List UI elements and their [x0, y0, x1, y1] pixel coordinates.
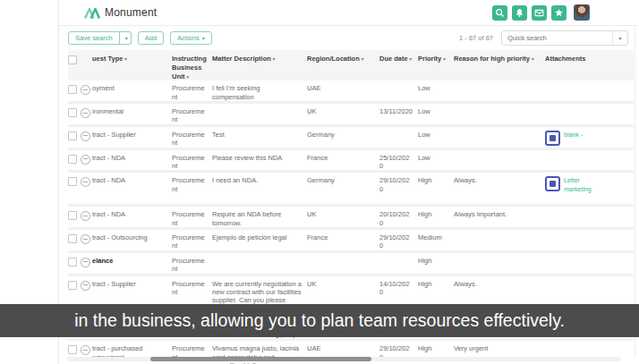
table-row[interactable]: tract - NDAProcurementI need an NDA.Germ…	[68, 173, 634, 207]
row-expand-cell	[81, 176, 92, 189]
video-caption-band: in the business, allowing you to plan te…	[0, 304, 639, 337]
expand-icon[interactable]	[81, 177, 90, 187]
row-checkbox-cell	[68, 131, 81, 142]
favorites-button[interactable]	[551, 5, 567, 21]
cell-unit: Procurement	[172, 84, 212, 101]
list-toolbar: Save search ▾ Add Actions▾ 1 - 67 of 67 …	[59, 26, 639, 50]
cell-desc: Test	[212, 131, 307, 139]
sort-caret-icon: ▾	[185, 74, 190, 80]
expand-icon[interactable]	[81, 85, 90, 95]
cell-reason: Always.	[454, 280, 545, 288]
monument-logo[interactable]: Monument	[84, 6, 157, 19]
cell-priority: Low	[418, 131, 454, 139]
save-search-button[interactable]: Save search	[68, 31, 120, 45]
cell-reason: Always important.	[454, 210, 545, 218]
column-header-uest-type[interactable]: uest Type ▾	[92, 55, 172, 63]
expand-icon[interactable]	[81, 345, 90, 355]
column-header-reason-for-high-priority[interactable]: Reason for high priority ▾	[454, 55, 545, 63]
table-row[interactable]: elanceProcurementHigh	[68, 253, 634, 276]
column-header-instructing-business-unit[interactable]: Instructing Business Unit ▾	[172, 55, 212, 80]
row-expand-cell	[81, 210, 92, 223]
search-button[interactable]	[492, 5, 507, 21]
cell-type: ironmental	[92, 107, 172, 115]
select-all-checkbox[interactable]	[68, 55, 77, 64]
column-header-region-location[interactable]: Region/Location ▾	[307, 55, 379, 63]
attachment-link[interactable]: Letter marketing	[564, 176, 594, 193]
expand-icon[interactable]	[81, 281, 90, 291]
row-checkbox-cell	[68, 280, 81, 292]
table-row[interactable]: tract - NDAProcurementRequire an NDA bef…	[68, 207, 634, 230]
cell-unit: Procurement	[172, 280, 212, 297]
row-checkbox-cell	[68, 84, 81, 96]
row-checkbox[interactable]	[68, 177, 77, 186]
top-navbar: Monument	[59, 0, 639, 26]
expand-icon[interactable]	[81, 211, 90, 221]
table-row[interactable]: tract - OutsourcingProcurementEjemplo de…	[68, 230, 634, 253]
pagination-count: 1 - 67 of 67	[459, 34, 493, 42]
cell-region: UK	[307, 107, 379, 115]
quick-search-dropdown-button[interactable]: ▾	[612, 31, 627, 45]
horizontal-scrollbar-thumb[interactable]	[150, 357, 371, 361]
expand-icon[interactable]	[81, 108, 90, 118]
messages-button[interactable]	[532, 5, 547, 21]
row-checkbox-cell	[68, 233, 81, 245]
horizontal-scrollbar-track[interactable]	[67, 357, 621, 361]
notifications-button[interactable]	[512, 5, 527, 21]
expand-icon[interactable]	[81, 131, 90, 141]
row-expand-cell	[81, 280, 92, 292]
cell-priority: High	[418, 280, 454, 288]
table-row[interactable]: tract - NDAProcurementPlease review this…	[68, 150, 634, 174]
cell-due: 14/10/2020	[379, 280, 418, 297]
toolbar-right: 1 - 67 of 67 ▾	[459, 30, 628, 46]
row-checkbox[interactable]	[68, 131, 77, 140]
expand-icon[interactable]	[81, 234, 90, 244]
table-row[interactable]: oymentProcurementI fell I'm seeking comp…	[68, 80, 634, 104]
column-header-due-date[interactable]: Due date ▾	[379, 55, 418, 63]
video-caption-text: in the business, allowing you to plan te…	[74, 310, 565, 331]
save-search-group: Save search ▾	[68, 31, 132, 45]
cell-priority: High	[418, 257, 454, 265]
column-header-priority[interactable]: Priority ▾	[418, 55, 454, 63]
actions-button[interactable]: Actions▾	[170, 31, 212, 45]
cell-type: tract - NDA	[92, 210, 172, 218]
attachment-link[interactable]: blank -	[564, 131, 594, 139]
row-checkbox[interactable]	[68, 155, 77, 164]
user-avatar[interactable]	[574, 4, 590, 21]
brand-name: Monument	[105, 6, 157, 19]
column-header-matter-description[interactable]: Matter Description ▾	[212, 55, 307, 63]
cell-unit: Procurement	[172, 210, 212, 227]
row-checkbox[interactable]	[68, 211, 77, 220]
row-checkbox[interactable]	[68, 345, 77, 354]
cell-att: blank -	[545, 131, 635, 146]
column-header-attachments[interactable]: Attachments	[545, 55, 635, 63]
expand-icon[interactable]	[81, 258, 90, 267]
cell-type: tract - NDA	[92, 154, 172, 162]
cell-priority: Medium	[418, 233, 454, 241]
row-checkbox[interactable]	[68, 234, 77, 243]
expand-icon[interactable]	[81, 155, 90, 165]
add-button[interactable]: Add	[138, 31, 164, 45]
row-checkbox[interactable]	[68, 85, 77, 94]
quick-search-input[interactable]	[502, 34, 612, 42]
row-checkbox-cell	[68, 107, 81, 119]
row-expand-cell	[81, 257, 92, 269]
row-checkbox-cell	[68, 154, 81, 165]
table-row[interactable]: tract - SupplierProcurementTestGermanyLo…	[68, 127, 634, 150]
row-checkbox[interactable]	[68, 258, 77, 267]
sort-caret-icon: ▾	[408, 56, 413, 62]
row-checkbox[interactable]	[68, 108, 77, 117]
row-expand-cell	[81, 131, 92, 143]
actions-button-label: Actions	[177, 34, 200, 42]
cell-reason: Very urgent	[454, 344, 545, 352]
envelope-icon	[534, 8, 544, 18]
cell-priority: Low	[418, 84, 454, 92]
table-row[interactable]: ironmentalProcurementUK13/11/2020Low	[68, 104, 634, 127]
attachment: Letter marketing	[545, 176, 629, 193]
mountain-logo-icon	[84, 7, 100, 19]
row-checkbox[interactable]	[68, 281, 77, 290]
row-expand-cell	[81, 344, 92, 357]
save-search-dropdown-button[interactable]: ▾	[120, 31, 132, 45]
cell-region: Germany	[307, 176, 379, 184]
cell-region: UK	[307, 210, 379, 218]
row-checkbox-cell	[68, 176, 81, 188]
